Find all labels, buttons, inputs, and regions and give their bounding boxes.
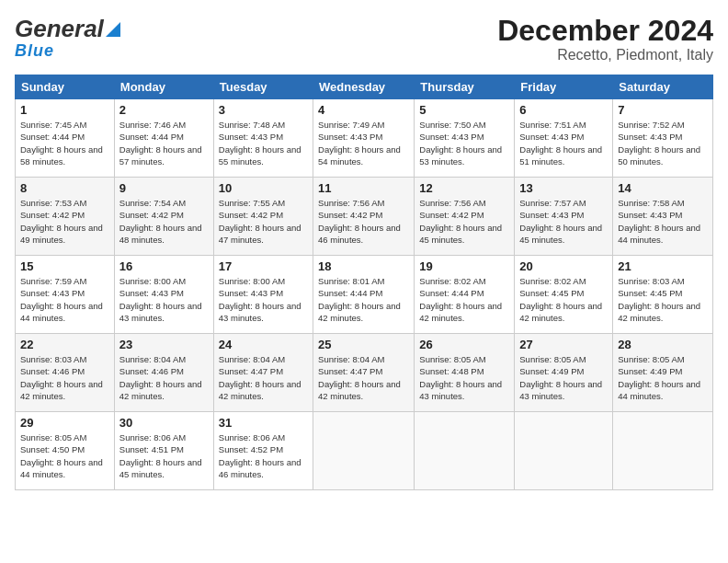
- calendar-cell: [415, 412, 515, 490]
- daylight-label: Daylight: 8 hours and 43 minutes.: [119, 301, 202, 323]
- day-number: 30: [119, 416, 209, 430]
- day-info: Sunrise: 8:06 AM Sunset: 4:51 PM Dayligh…: [119, 431, 209, 480]
- calendar-cell: 20 Sunrise: 8:02 AM Sunset: 4:45 PM Dayl…: [515, 256, 613, 334]
- sunrise-label: Sunrise: 8:02 AM: [519, 276, 586, 286]
- calendar-cell: 26 Sunrise: 8:05 AM Sunset: 4:48 PM Dayl…: [415, 334, 515, 412]
- calendar-cell: 18 Sunrise: 8:01 AM Sunset: 4:44 PM Dayl…: [313, 256, 415, 334]
- day-number: 27: [519, 338, 608, 351]
- day-info: Sunrise: 8:06 AM Sunset: 4:52 PM Dayligh…: [219, 431, 308, 480]
- logo: General Blue: [15, 15, 97, 61]
- header: General Blue December 2024 Recetto, Pied…: [15, 15, 713, 63]
- day-info: Sunrise: 8:04 AM Sunset: 4:46 PM Dayligh…: [119, 353, 209, 402]
- calendar-week-row-3: 15 Sunrise: 7:59 AM Sunset: 4:43 PM Dayl…: [16, 256, 713, 334]
- day-info: Sunrise: 7:56 AM Sunset: 4:42 PM Dayligh…: [419, 197, 509, 246]
- calendar-cell: 16 Sunrise: 8:00 AM Sunset: 4:43 PM Dayl…: [114, 256, 213, 334]
- day-number: 11: [318, 181, 409, 195]
- calendar-cell: 21 Sunrise: 8:03 AM Sunset: 4:45 PM Dayl…: [613, 256, 713, 334]
- sunrise-label: Sunrise: 8:00 AM: [119, 276, 186, 286]
- daylight-label: Daylight: 8 hours and 51 minutes.: [519, 144, 602, 167]
- day-number: 22: [20, 338, 109, 351]
- calendar-cell: 7 Sunrise: 7:52 AM Sunset: 4:43 PM Dayli…: [613, 99, 713, 178]
- calendar-cell: 3 Sunrise: 7:48 AM Sunset: 4:43 PM Dayli…: [213, 99, 313, 178]
- sunset-label: Sunset: 4:43 PM: [20, 288, 85, 298]
- daylight-label: Daylight: 8 hours and 42 minutes.: [318, 379, 401, 401]
- sunset-label: Sunset: 4:43 PM: [618, 210, 682, 220]
- day-info: Sunrise: 7:55 AM Sunset: 4:42 PM Dayligh…: [219, 197, 308, 246]
- day-number: 26: [419, 338, 509, 351]
- day-info: Sunrise: 8:03 AM Sunset: 4:45 PM Dayligh…: [618, 275, 708, 324]
- day-number: 16: [119, 259, 209, 273]
- calendar-cell: [313, 412, 415, 490]
- calendar-cell: 6 Sunrise: 7:51 AM Sunset: 4:43 PM Dayli…: [515, 99, 613, 178]
- day-info: Sunrise: 7:50 AM Sunset: 4:43 PM Dayligh…: [419, 119, 509, 167]
- daylight-label: Daylight: 8 hours and 44 minutes.: [618, 223, 700, 245]
- day-info: Sunrise: 8:04 AM Sunset: 4:47 PM Dayligh…: [219, 353, 308, 402]
- day-info: Sunrise: 7:53 AM Sunset: 4:42 PM Dayligh…: [20, 197, 109, 246]
- sunrise-label: Sunrise: 8:04 AM: [318, 354, 384, 364]
- day-info: Sunrise: 7:56 AM Sunset: 4:42 PM Dayligh…: [318, 197, 409, 246]
- calendar-cell: 23 Sunrise: 8:04 AM Sunset: 4:46 PM Dayl…: [114, 334, 213, 412]
- calendar-cell: 28 Sunrise: 8:05 AM Sunset: 4:49 PM Dayl…: [613, 334, 713, 412]
- col-saturday: Saturday: [613, 75, 713, 99]
- day-number: 3: [219, 103, 308, 117]
- daylight-label: Daylight: 8 hours and 50 minutes.: [618, 144, 700, 167]
- daylight-label: Daylight: 8 hours and 44 minutes.: [618, 379, 700, 401]
- calendar-cell: 11 Sunrise: 7:56 AM Sunset: 4:42 PM Dayl…: [313, 178, 415, 256]
- calendar-cell: [613, 412, 713, 490]
- sunset-label: Sunset: 4:46 PM: [20, 366, 85, 376]
- sunrise-label: Sunrise: 8:06 AM: [119, 432, 186, 442]
- daylight-label: Daylight: 8 hours and 45 minutes.: [419, 223, 502, 245]
- day-info: Sunrise: 7:48 AM Sunset: 4:43 PM Dayligh…: [219, 119, 308, 167]
- sunrise-label: Sunrise: 8:04 AM: [119, 354, 186, 364]
- sunrise-label: Sunrise: 8:05 AM: [618, 354, 684, 364]
- sunset-label: Sunset: 4:42 PM: [419, 210, 483, 220]
- daylight-label: Daylight: 8 hours and 43 minutes.: [519, 379, 602, 401]
- day-number: 24: [219, 338, 308, 351]
- daylight-label: Daylight: 8 hours and 45 minutes.: [119, 457, 202, 479]
- calendar-cell: 13 Sunrise: 7:57 AM Sunset: 4:43 PM Dayl…: [515, 178, 613, 256]
- calendar-cell: 17 Sunrise: 8:00 AM Sunset: 4:43 PM Dayl…: [213, 256, 313, 334]
- sunset-label: Sunset: 4:49 PM: [618, 366, 682, 376]
- day-info: Sunrise: 8:00 AM Sunset: 4:43 PM Dayligh…: [119, 275, 209, 324]
- daylight-label: Daylight: 8 hours and 42 minutes.: [219, 379, 301, 401]
- day-info: Sunrise: 8:05 AM Sunset: 4:48 PM Dayligh…: [419, 353, 509, 402]
- sunset-label: Sunset: 4:52 PM: [219, 444, 283, 454]
- sunset-label: Sunset: 4:43 PM: [318, 132, 382, 142]
- daylight-label: Daylight: 8 hours and 45 minutes.: [519, 223, 602, 245]
- daylight-label: Daylight: 8 hours and 44 minutes.: [20, 301, 103, 323]
- day-info: Sunrise: 8:03 AM Sunset: 4:46 PM Dayligh…: [20, 353, 109, 402]
- sunrise-label: Sunrise: 7:56 AM: [318, 198, 384, 208]
- calendar-cell: 31 Sunrise: 8:06 AM Sunset: 4:52 PM Dayl…: [213, 412, 313, 490]
- sunrise-label: Sunrise: 7:49 AM: [318, 120, 384, 130]
- sunset-label: Sunset: 4:43 PM: [119, 288, 184, 298]
- sunset-label: Sunset: 4:50 PM: [20, 444, 85, 454]
- sunset-label: Sunset: 4:44 PM: [20, 132, 85, 142]
- day-number: 2: [119, 103, 209, 117]
- sunrise-label: Sunrise: 7:45 AM: [20, 120, 86, 130]
- day-number: 23: [119, 338, 209, 351]
- calendar-week-row-5: 29 Sunrise: 8:05 AM Sunset: 4:50 PM Dayl…: [16, 412, 713, 490]
- daylight-label: Daylight: 8 hours and 42 minutes.: [119, 379, 202, 401]
- day-number: 25: [318, 338, 409, 351]
- daylight-label: Daylight: 8 hours and 47 minutes.: [219, 223, 301, 245]
- calendar-cell: 25 Sunrise: 8:04 AM Sunset: 4:47 PM Dayl…: [313, 334, 415, 412]
- calendar-week-row-4: 22 Sunrise: 8:03 AM Sunset: 4:46 PM Dayl…: [16, 334, 713, 412]
- sunset-label: Sunset: 4:44 PM: [318, 288, 382, 298]
- calendar-cell: 4 Sunrise: 7:49 AM Sunset: 4:43 PM Dayli…: [313, 99, 415, 178]
- sunrise-label: Sunrise: 8:00 AM: [219, 276, 285, 286]
- sunrise-label: Sunrise: 7:50 AM: [419, 120, 485, 130]
- col-wednesday: Wednesday: [313, 75, 415, 99]
- calendar-cell: 5 Sunrise: 7:50 AM Sunset: 4:43 PM Dayli…: [415, 99, 515, 178]
- calendar-cell: 19 Sunrise: 8:02 AM Sunset: 4:44 PM Dayl…: [415, 256, 515, 334]
- sunrise-label: Sunrise: 7:55 AM: [219, 198, 285, 208]
- calendar-cell: 27 Sunrise: 8:05 AM Sunset: 4:49 PM Dayl…: [515, 334, 613, 412]
- calendar-cell: 24 Sunrise: 8:04 AM Sunset: 4:47 PM Dayl…: [213, 334, 313, 412]
- logo-general-text: General: [15, 15, 104, 43]
- daylight-label: Daylight: 8 hours and 42 minutes.: [419, 301, 502, 323]
- sunrise-label: Sunrise: 7:46 AM: [119, 120, 186, 130]
- day-number: 15: [20, 259, 109, 273]
- calendar-title: December 2024: [497, 15, 713, 47]
- day-number: 10: [219, 181, 308, 195]
- day-info: Sunrise: 7:51 AM Sunset: 4:43 PM Dayligh…: [519, 119, 608, 167]
- day-number: 20: [519, 259, 608, 273]
